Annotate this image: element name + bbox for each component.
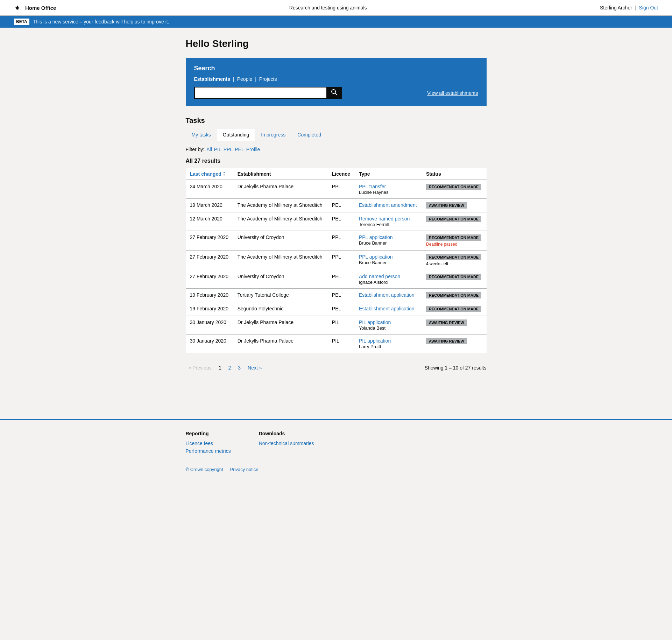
cell-licence-9: PIL [328,335,355,353]
footer-downloads: Downloads Non-technical summaries [259,431,314,456]
privacy-notice-link[interactable]: Privacy notice [230,467,259,472]
footer-inner: Reporting Licence fees Performance metri… [179,431,494,456]
filter-all[interactable]: All [206,147,212,152]
non-technical-summaries-link[interactable]: Non-technical summaries [259,441,314,446]
tab-outstanding[interactable]: Outstanding [217,129,255,141]
tab-completed[interactable]: Completed [291,129,327,141]
search-button[interactable] [327,87,342,99]
cell-establishment-8: Dr Jekylls Pharma Palace [233,316,328,335]
cell-type-1: Establishment amendment [355,199,422,212]
cell-status-5: RECOMMENDATION MADE [422,270,487,289]
cell-establishment-3: University of Croydon [233,231,328,251]
type-link-2[interactable]: Remove named person [359,216,418,221]
next-page-link[interactable]: Next » [245,364,264,372]
table-row: 19 February 2020 Tertiary Tutorial Colle… [186,289,487,302]
tab-in-progress[interactable]: In progress [255,129,291,141]
cell-establishment-7: Segundo Polytechnic [233,302,328,316]
page-title: Hello Sterling [186,38,487,49]
type-link-3[interactable]: PPL application [359,234,418,240]
search-tab-people[interactable]: People [237,76,253,82]
cell-licence-7: PEL [328,302,355,316]
tab-my-tasks[interactable]: My tasks [186,129,217,141]
type-person-3: Bruce Banner [359,240,387,246]
search-input-group [194,87,342,99]
page-1-link[interactable]: 1 [216,364,224,372]
sub-status-3: Deadline passed [426,242,482,247]
type-link-8[interactable]: PIL application [359,319,418,325]
table-header-row: Last changed ▲ ▼ Establishment Licence T… [186,168,487,180]
cell-status-8: AWAITING REVIEW [422,316,487,335]
search-tabs: Establishments | People | Projects [194,76,478,82]
cell-status-6: RECOMMENDATION MADE [422,289,487,302]
cell-date-5: 27 February 2020 [186,270,233,289]
beta-text: This is a new service – your feedback wi… [33,19,169,24]
licence-fees-link[interactable]: Licence fees [186,441,231,446]
cell-status-4: RECOMMENDATION MADE 4 weeks left [422,251,487,270]
org-name: Home Office [25,5,56,11]
cell-establishment-0: Dr Jekylls Pharma Palace [233,180,328,199]
col-status: Status [422,168,487,180]
filter-pil[interactable]: PIL [214,147,221,152]
cell-licence-8: PIL [328,316,355,335]
cell-date-8: 30 January 2020 [186,316,233,335]
beta-badge: BETA [14,19,29,25]
filter-pel[interactable]: PEL [235,147,244,152]
showing-text: Showing 1 – 10 of 27 results [425,365,487,371]
cell-date-3: 27 February 2020 [186,231,233,251]
cell-type-6: Establishment application [355,289,422,302]
footer-main: Reporting Licence fees Performance metri… [0,419,672,483]
tasks-section: Tasks My tasks Outstanding In progress C… [186,117,487,375]
table-row: 27 February 2020 The Academy of Milliner… [186,251,487,270]
main-content: Hello Sterling Search Establishments | P… [179,28,494,405]
search-input[interactable] [194,87,327,99]
table-row: 12 March 2020 The Academy of Millinery a… [186,212,487,231]
search-section: Search Establishments | People | Project… [186,58,487,106]
filter-ppl[interactable]: PPL [224,147,233,152]
pagination-links: « Previous 1 2 3 Next » [186,364,265,372]
type-person-2: Terence Ferrell [359,222,389,227]
search-tab-establishments[interactable]: Establishments [194,76,230,82]
type-link-6[interactable]: Establishment application [359,292,418,298]
page-2-link[interactable]: 2 [225,364,234,372]
cell-establishment-1: The Academy of Millinery at Shoreditch [233,199,328,212]
type-link-9[interactable]: PIL application [359,338,418,344]
pagination: « Previous 1 2 3 Next » Showing 1 – 10 o… [186,360,487,375]
tab-divider-1: | [233,76,234,82]
cell-establishment-5: University of Croydon [233,270,328,289]
type-link-1[interactable]: Establishment amendment [359,202,418,208]
view-all-establishments-link[interactable]: View all establishments [427,90,478,96]
sub-status-4: 4 weeks left [426,261,482,266]
type-link-0[interactable]: PPL transfer [359,184,418,189]
type-link-4[interactable]: PPL application [359,254,418,260]
reporting-title: Reporting [186,431,231,436]
filter-profile[interactable]: Profile [246,147,260,152]
results-count: All 27 results [186,158,487,164]
status-badge-2: RECOMMENDATION MADE [426,216,481,222]
cell-status-1: AWAITING REVIEW [422,199,487,212]
page-3-link[interactable]: 3 [235,364,243,372]
type-link-7[interactable]: Establishment application [359,306,418,311]
cell-date-1: 19 March 2020 [186,199,233,212]
cell-date-7: 19 February 2020 [186,302,233,316]
home-office-crest-icon: ⚜ [14,3,22,12]
user-nav: Sterling Archer | Sign Out [600,5,658,10]
cell-type-7: Establishment application [355,302,422,316]
sort-last-changed-link[interactable]: Last changed [190,171,221,177]
crown-copyright-link[interactable]: © Crown copyright [186,467,223,472]
sign-out-link[interactable]: Sign Out [639,5,658,10]
cell-type-9: PIL application Larry Pruitt [355,335,422,353]
performance-metrics-link[interactable]: Performance metrics [186,448,231,454]
search-tab-projects[interactable]: Projects [259,76,277,82]
tasks-table: Last changed ▲ ▼ Establishment Licence T… [186,168,487,353]
search-icon [331,89,338,96]
col-establishment: Establishment [233,168,328,180]
prev-page-link[interactable]: « Previous [186,364,214,372]
type-person-4: Bruce Banner [359,260,387,265]
feedback-link[interactable]: feedback [94,19,114,24]
cell-licence-3: PPL [328,231,355,251]
status-badge-7: RECOMMENDATION MADE [426,306,481,312]
type-link-5[interactable]: Add named person [359,274,418,279]
site-header: ⚜ Home Office Research and testing using… [0,0,672,16]
cell-licence-0: PPL [328,180,355,199]
cell-licence-6: PEL [328,289,355,302]
